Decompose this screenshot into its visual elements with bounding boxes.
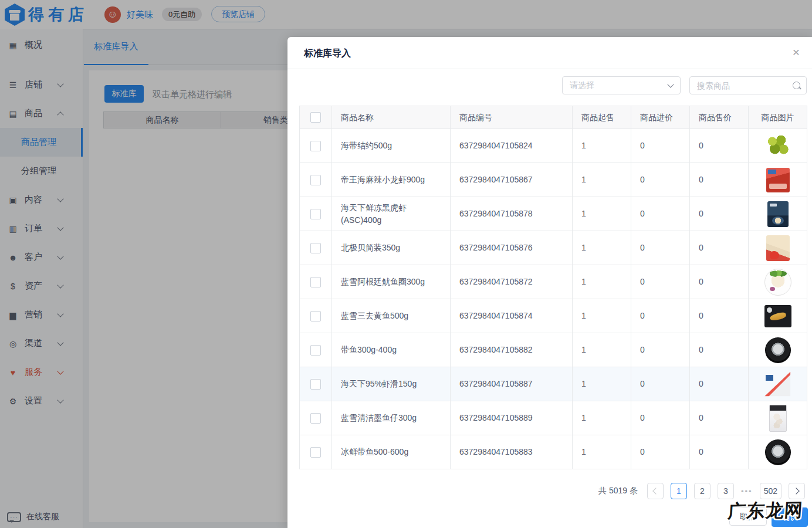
modal-title: 标准库导入 [304, 37, 351, 69]
cell-code: 6372984047105874 [451, 299, 573, 333]
table-row: 蓝雪三去黄鱼500g6372984047105874100 [300, 299, 807, 333]
cell-code: 6372984047105876 [451, 231, 573, 265]
cell-code: 6372984047105887 [451, 367, 573, 401]
table-row: 海天下95%虾滑150g6372984047105887100 [300, 367, 807, 401]
category-select[interactable]: 请选择 [562, 76, 681, 94]
product-image [769, 405, 787, 432]
cell-min_order: 1 [573, 299, 631, 333]
product-image [764, 371, 791, 397]
cell-purchase_price: 0 [631, 299, 690, 333]
category-select-placeholder: 请选择 [570, 80, 594, 91]
cell-name: 帝王海麻辣小龙虾900g [332, 163, 451, 197]
product-image [765, 439, 791, 465]
total-count: 共 5019 条 [598, 486, 638, 496]
row-checkbox[interactable] [310, 413, 321, 424]
cell-code: 6372984047105882 [451, 333, 573, 367]
cell-sale_price: 0 [690, 163, 749, 197]
cell-name: 海带结约500g [332, 129, 451, 163]
pagination: 共 5019 条 1 2 3 ••• 502 [598, 483, 805, 499]
row-checkbox[interactable] [310, 447, 321, 458]
cell-check [300, 435, 332, 469]
cell-min_order: 1 [573, 129, 631, 163]
cell-purchase_price: 0 [631, 265, 690, 299]
row-checkbox[interactable] [310, 277, 321, 287]
product-image [764, 305, 791, 327]
row-checkbox[interactable] [310, 209, 321, 219]
page-button-3[interactable]: 3 [718, 483, 734, 499]
cell-name: 海天下95%虾滑150g [332, 367, 451, 401]
row-checkbox[interactable] [310, 141, 321, 151]
cell-purchase_price: 0 [631, 231, 690, 265]
row-checkbox[interactable] [310, 345, 321, 356]
cell-check [300, 367, 332, 401]
cell-min_order: 1 [573, 265, 631, 299]
product-image [766, 235, 790, 261]
cell-img [749, 333, 807, 367]
cell-code: 6372984047105867 [451, 163, 573, 197]
table-row: 海带结约500g6372984047105824100 [300, 128, 807, 163]
chevron-right-icon [793, 488, 799, 494]
cell-min_order: 1 [573, 367, 631, 401]
product-table-header: 商品名称商品编号商品起售商品进价商品售价商品图片 [300, 106, 807, 128]
cell-img [749, 265, 807, 299]
cell-name: 带鱼300g-400g [332, 333, 451, 367]
site-watermark: 广东龙网 [727, 498, 804, 524]
close-icon[interactable]: × [789, 45, 804, 60]
row-checkbox[interactable] [310, 175, 321, 185]
cell-name: 蓝雪阿根廷鱿鱼圈300g [332, 265, 451, 299]
product-image [765, 337, 791, 363]
cell-purchase_price: 0 [631, 401, 690, 435]
cell-code: 6372984047105824 [451, 129, 573, 163]
row-checkbox[interactable] [310, 311, 321, 321]
cell-purchase_price: 0 [631, 435, 690, 469]
search-icon[interactable] [793, 82, 800, 89]
cell-purchase_price: 0 [631, 163, 690, 197]
cell-name: 冰鲜带鱼500-600g [332, 435, 451, 469]
table-row: 北极贝简装350g6372984047105876100 [300, 231, 807, 265]
cell-min_order: 1 [573, 333, 631, 367]
cell-check [300, 163, 332, 197]
prev-page-button[interactable] [647, 483, 664, 499]
column-header-4: 商品进价 [631, 106, 690, 128]
header-checkbox-cell [300, 106, 332, 128]
table-row: 冰鲜带鱼500-600g6372984047105883100 [300, 435, 807, 469]
cell-purchase_price: 0 [631, 333, 690, 367]
cell-code: 6372984047105872 [451, 265, 573, 299]
cell-img [749, 231, 807, 265]
cell-check [300, 231, 332, 265]
cell-sale_price: 0 [690, 231, 749, 265]
cell-code: 6372984047105878 [451, 197, 573, 231]
cell-purchase_price: 0 [631, 367, 690, 401]
table-row: 帝王海麻辣小龙虾900g6372984047105867100 [300, 163, 807, 197]
cell-sale_price: 0 [690, 299, 749, 333]
cell-name: 海天下鲜冻黑虎虾(ASC)400g [332, 197, 451, 231]
table-row: 带鱼300g-400g6372984047105882100 [300, 333, 807, 367]
product-image [765, 134, 791, 158]
page-button-last[interactable]: 502 [760, 483, 781, 499]
cell-img [749, 401, 807, 435]
cell-sale_price: 0 [690, 367, 749, 401]
cell-sale_price: 0 [690, 435, 749, 469]
cell-purchase_price: 0 [631, 129, 690, 163]
product-image [767, 201, 789, 227]
select-all-checkbox[interactable] [310, 112, 321, 123]
next-page-button[interactable] [789, 483, 805, 499]
cell-name: 蓝雪三去黄鱼500g [332, 299, 451, 333]
cell-name: 北极贝简装350g [332, 231, 451, 265]
cell-sale_price: 0 [690, 401, 749, 435]
cell-check [300, 129, 332, 163]
cell-code: 6372984047105889 [451, 401, 573, 435]
cell-check [300, 333, 332, 367]
cell-check [300, 265, 332, 299]
page-button-1[interactable]: 1 [671, 483, 687, 499]
page-button-2[interactable]: 2 [694, 483, 710, 499]
search-input[interactable] [696, 80, 793, 91]
row-checkbox[interactable] [310, 379, 321, 390]
row-checkbox[interactable] [310, 243, 321, 253]
cell-img [749, 197, 807, 231]
cell-img [749, 163, 807, 197]
product-image [764, 269, 791, 296]
cell-sale_price: 0 [690, 333, 749, 367]
table-row: 海天下鲜冻黑虎虾(ASC)400g6372984047105878100 [300, 197, 807, 231]
chevron-left-icon [653, 488, 659, 494]
